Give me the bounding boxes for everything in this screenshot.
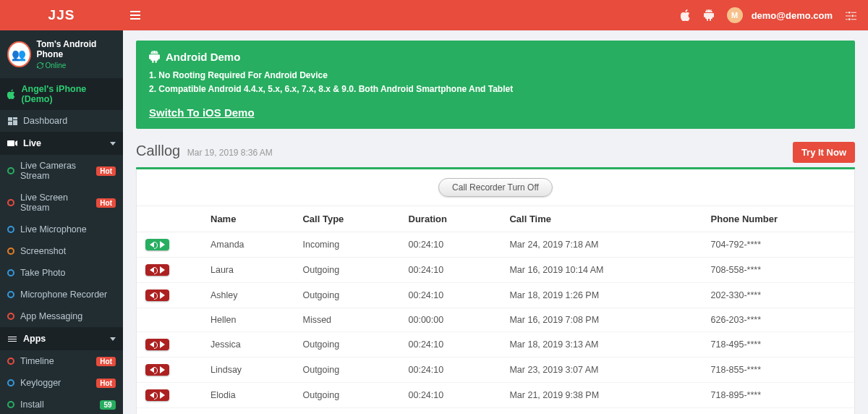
apps-icon [7,335,17,342]
device-block: 👥 Tom's Android Phone Online [0,30,123,78]
cell-duration: 00:24:10 [400,408,501,414]
table-row: LindsayOutgoing00:24:10Mar 23, 2019 3:07… [137,358,854,383]
brand-logo[interactable]: JJS [0,7,123,23]
cell-name: Hellen [202,308,294,332]
sidebar-item-label: Screenshot [20,246,66,256]
status-dot-icon [7,269,14,276]
sidebar-item-label: Timeline [20,356,54,366]
sidebar-item[interactable]: Take Photo [0,262,123,284]
sidebar-item[interactable]: Live Microphone [0,219,123,240]
play-recording-button[interactable] [145,239,169,250]
sidebar-item[interactable]: Install59 [0,394,123,414]
hot-badge: Hot [96,357,116,366]
play-recording-button[interactable] [145,364,169,376]
hamburger-icon [130,11,140,20]
camera-icon [7,140,17,147]
banner-title: Android Demo [166,51,240,63]
device-status: Online [37,62,116,69]
cell-time: Mar 21, 2019 9:38 PM [501,383,702,408]
sidebar-item-label: Live Cameras Stream [20,161,90,181]
cell-name: Elodia [202,383,294,408]
sidebar-item-label: Live Screen Stream [20,193,90,213]
cell-type: Incoming [294,232,399,258]
table-row: ElodiaOutgoing00:24:10Mar 21, 2019 9:38 … [137,383,854,408]
cell-phone: 708-558-**** [702,258,854,283]
user-menu[interactable]: M demo@demo.com [727,7,833,23]
sidebar-item[interactable]: Microphone Recorder [0,284,123,305]
calllog-table: Name Call Type Duration Call Time Phone … [137,206,854,414]
user-email: demo@demo.com [752,10,833,21]
refresh-icon [37,62,43,69]
col-time: Call Time [501,206,702,232]
status-dot-icon [7,291,14,298]
play-icon [160,366,165,373]
menu-toggle-button[interactable] [123,11,148,20]
cell-type: Outgoing [294,383,399,408]
status-dot-icon [7,199,14,206]
banner-line: 2. Compatible Android 4.4.x, 5.x, 6.x, 7… [149,83,842,96]
topbar: JJS M demo@demo.com [0,0,868,30]
cell-time: Mar 18, 2019 1:26 PM [501,283,702,308]
sidebar-demo-link[interactable]: Angel's iPhone (Demo) [0,78,123,110]
cell-type: Outgoing [294,358,399,383]
play-recording-button[interactable] [145,290,169,301]
cell-phone: 704-792-**** [702,232,854,258]
sidebar-section-live[interactable]: Live [0,132,123,155]
status-dot-icon [7,248,14,255]
sidebar-item[interactable]: Live Cameras StreamHot [0,155,123,187]
col-phone: Phone Number [702,206,854,232]
table-row: DorisIncoming00:24:10Mar 18, 2019 11:16 … [137,408,854,414]
table-row: HellenMissed00:00:00Mar 16, 2019 7:08 PM… [137,308,854,332]
sidebar: 👥 Tom's Android Phone Online Angel's iPh… [0,30,123,414]
sidebar-item-label: Take Photo [20,268,66,278]
play-icon [160,241,165,248]
play-icon [160,266,165,274]
sidebar-item-dashboard[interactable]: Dashboard [0,110,123,132]
sidebar-item[interactable]: Live Screen StreamHot [0,187,123,219]
try-it-now-button[interactable]: Try It Now [793,142,855,163]
cell-type: Outgoing [294,258,399,283]
apple-icon[interactable] [681,9,691,21]
android-icon[interactable] [704,9,714,21]
cell-phone: 304-857-**** [702,408,854,414]
sidebar-item[interactable]: KeyloggerHot [0,372,123,394]
hot-badge: Hot [96,198,116,208]
cell-duration: 00:24:10 [400,358,501,383]
user-avatar: M [727,7,743,23]
cell-phone: 718-895-**** [702,383,854,408]
settings-icon[interactable] [846,10,856,21]
speaker-icon [150,342,154,347]
cell-time: Mar 18, 2019 3:13 AM [501,332,702,358]
table-row: LauraOutgoing00:24:10Mar 16, 2019 10:14 … [137,258,854,283]
cell-phone: 718-855-**** [702,358,854,383]
play-recording-button[interactable] [145,264,169,276]
sidebar-item-label: Keylogger [20,378,61,388]
sidebar-item[interactable]: TimelineHot [0,350,123,372]
switch-demo-link[interactable]: Switch To iOS Demo [149,106,255,119]
play-recording-button[interactable] [145,389,169,401]
col-name: Name [202,206,294,232]
cell-time: Mar 24, 2019 7:18 AM [501,232,702,258]
play-icon [160,341,165,348]
cell-duration: 00:24:10 [400,383,501,408]
sidebar-section-apps[interactable]: Apps [0,327,123,350]
page-timestamp: Mar 19, 2019 8:36 AM [187,148,273,158]
call-recorder-toggle[interactable]: Call Recorder Turn Off [438,178,553,197]
speaker-icon [150,367,154,373]
dashboard-icon [7,117,17,125]
device-avatar-icon: 👥 [7,41,31,67]
sidebar-item[interactable]: Screenshot [0,240,123,262]
cell-type: Missed [294,308,399,332]
table-row: AshleyOutgoing00:24:10Mar 18, 2019 1:26 … [137,283,854,308]
apple-icon [7,89,15,99]
status-dot-icon [7,313,14,320]
play-icon [160,292,165,299]
cell-phone: 202-330-**** [702,283,854,308]
sidebar-item[interactable]: App Messaging [0,305,123,327]
play-recording-button[interactable] [145,339,169,350]
col-type: Call Type [294,206,399,232]
badge-count: 59 [100,400,116,410]
cell-duration: 00:24:10 [400,232,501,258]
cell-time: Mar 18, 2019 11:16 AM [501,408,702,414]
calllog-card: Call Recorder Turn Off Name Call Type Du… [136,169,855,414]
